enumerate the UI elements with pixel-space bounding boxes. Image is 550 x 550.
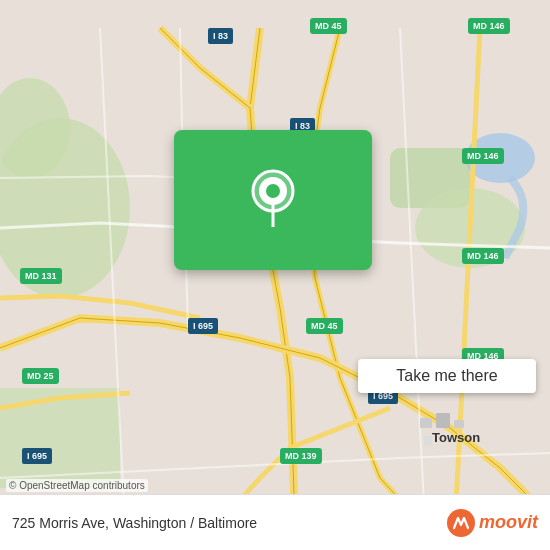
road-badge-md146-mid2: MD 146 [462, 248, 504, 264]
road-badge-md146-tr: MD 146 [468, 18, 510, 34]
road-badge-i695-bl: I 695 [22, 448, 52, 464]
road-badge-md25: MD 25 [22, 368, 59, 384]
place-label-towson: Towson [432, 430, 480, 445]
road-badge-md146-mid: MD 146 [462, 148, 504, 164]
road-badge-md139: MD 139 [280, 448, 322, 464]
address-label: 725 Morris Ave, Washington / Baltimore [12, 515, 447, 531]
moovit-logo: moovit [447, 509, 538, 537]
road-badge-md131: MD 131 [20, 268, 62, 284]
take-me-there-button[interactable]: Take me there [358, 359, 536, 393]
map-background [0, 0, 550, 550]
moovit-logo-icon [447, 509, 475, 537]
svg-rect-9 [454, 420, 464, 428]
moovit-brand-text: moovit [479, 512, 538, 533]
svg-rect-7 [420, 418, 432, 428]
bottom-bar: 725 Morris Ave, Washington / Baltimore m… [0, 494, 550, 550]
location-pin-icon [249, 169, 297, 227]
road-badge-i83-top: I 83 [208, 28, 233, 44]
location-card: Take me there [174, 130, 372, 270]
svg-point-13 [266, 184, 280, 198]
road-badge-md45-mid: MD 45 [306, 318, 343, 334]
road-badge-i695-left: I 695 [188, 318, 218, 334]
svg-rect-10 [424, 436, 432, 446]
svg-rect-8 [436, 413, 450, 428]
map-attribution: © OpenStreetMap contributors [6, 479, 148, 492]
road-badge-md45-top: MD 45 [310, 18, 347, 34]
map-container: I 83 MD 45 MD 146 I 83 MD 131 MD 146 MD … [0, 0, 550, 550]
